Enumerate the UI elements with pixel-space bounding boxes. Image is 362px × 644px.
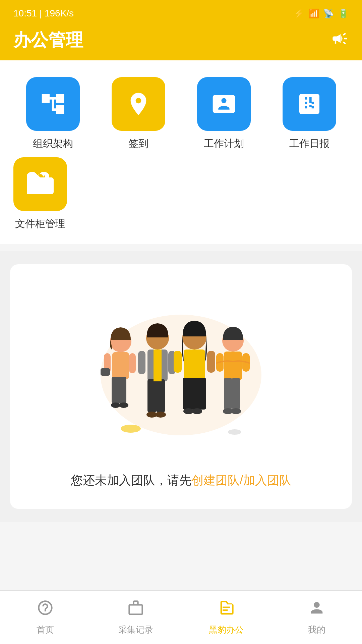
svg-rect-30	[224, 378, 232, 410]
nav-item-mine[interactable]: 我的	[272, 596, 362, 639]
checkin-icon-item[interactable]: 签到	[99, 77, 178, 151]
workdaily-label: 工作日报	[289, 137, 329, 151]
status-time: 10:51	[13, 8, 37, 18]
svg-rect-14	[147, 379, 156, 413]
svg-point-35	[231, 408, 241, 414]
svg-rect-22	[184, 350, 205, 380]
svg-rect-17	[138, 351, 145, 374]
status-network: 196K/s	[45, 8, 74, 18]
svg-point-20	[155, 412, 166, 418]
card-section: 您还未加入团队，请先创建团队/加入团队	[0, 251, 362, 522]
svg-rect-8	[129, 353, 136, 373]
workplan-icon-box	[197, 77, 251, 131]
status-bar: 10:51 | 196K/s ⚡ 📶 📡 🔋	[0, 0, 362, 27]
card-link[interactable]: 创建团队/加入团队	[191, 473, 291, 487]
org-icon-item[interactable]: 组织架构	[13, 77, 92, 151]
workplan-icon-item[interactable]: 工作计划	[184, 77, 263, 151]
svg-rect-25	[207, 351, 215, 373]
card-message-text: 您还未加入团队，请先	[71, 473, 191, 487]
svg-rect-23	[183, 378, 206, 410]
checkin-icon-box	[112, 77, 165, 131]
status-separator: |	[40, 8, 45, 18]
svg-point-11	[119, 402, 128, 408]
icons-grid: 组织架构 签到 工作计划	[13, 77, 349, 151]
home-nav-icon	[37, 599, 54, 621]
office-nav-icon	[218, 599, 235, 621]
icons-row2: 文件柜管理	[13, 157, 349, 231]
signal-icon: 📶	[308, 8, 319, 19]
nav-item-office[interactable]: 黑豹办公	[181, 596, 272, 639]
page-title: 办公管理	[13, 29, 83, 52]
svg-rect-29	[224, 352, 242, 380]
nav-item-home[interactable]: 首页	[0, 596, 90, 639]
svg-rect-31	[232, 378, 240, 410]
status-icons: ⚡ 📶 📡 🔋	[294, 8, 349, 19]
org-label: 组织架构	[33, 137, 73, 151]
collect-nav-label: 采集记录	[118, 624, 153, 636]
wifi-icon: 📡	[323, 8, 334, 19]
org-icon-box	[26, 77, 80, 131]
battery-icon: 🔋	[338, 8, 349, 19]
workdaily-icon-item[interactable]: 工作日报	[270, 77, 349, 151]
collect-nav-icon	[127, 599, 144, 621]
main-content: 组织架构 签到 工作计划	[0, 60, 362, 244]
mine-nav-icon	[308, 599, 325, 621]
home-nav-label: 首页	[37, 624, 54, 636]
svg-rect-24	[174, 351, 182, 373]
svg-point-26	[183, 408, 193, 414]
svg-rect-9	[101, 368, 110, 376]
filecabinet-icon-item[interactable]: 文件柜管理	[13, 157, 67, 231]
workplan-label: 工作计划	[204, 137, 244, 151]
announce-icon[interactable]	[331, 30, 349, 51]
checkin-label: 签到	[128, 137, 148, 151]
status-time-network: 10:51 | 196K/s	[13, 8, 74, 19]
header: 办公管理	[0, 27, 362, 60]
team-card: 您还未加入团队，请先创建团队/加入团队	[10, 264, 352, 509]
bluetooth-icon: ⚡	[294, 8, 304, 19]
workdaily-icon-box	[283, 77, 336, 131]
svg-point-27	[192, 408, 202, 414]
mine-nav-label: 我的	[308, 624, 325, 636]
bottom-nav: 首页 采集记录 黑豹办公 我的	[0, 590, 362, 644]
svg-point-1	[121, 425, 141, 433]
nav-item-collect[interactable]: 采集记录	[90, 596, 181, 639]
team-illustration	[80, 284, 282, 459]
svg-rect-16	[154, 350, 162, 381]
svg-rect-15	[156, 379, 165, 413]
filecabinet-label: 文件柜管理	[15, 217, 65, 231]
svg-point-10	[111, 402, 120, 408]
office-nav-label: 黑豹办公	[209, 624, 244, 636]
svg-rect-6	[118, 377, 126, 404]
svg-point-2	[228, 429, 241, 435]
svg-rect-4	[112, 352, 129, 379]
filecabinet-icon-box	[13, 157, 67, 211]
card-message: 您还未加入团队，请先创建团队/加入团队	[71, 472, 291, 489]
